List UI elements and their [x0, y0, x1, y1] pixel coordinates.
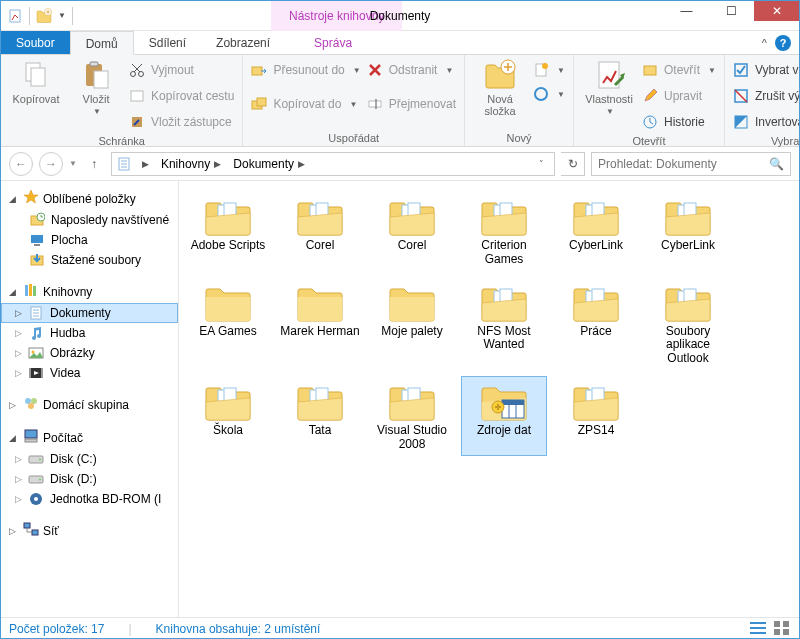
close-button[interactable]: ✕	[754, 1, 799, 21]
help-icon[interactable]: ?	[775, 35, 791, 51]
folder-item[interactable]: Corel	[369, 191, 455, 271]
nav-libraries-header[interactable]: ◢Knihovny	[1, 280, 178, 303]
sidebar-item-desktop[interactable]: Plocha	[1, 230, 178, 250]
tab-file[interactable]: Soubor	[1, 31, 70, 54]
new-item-button[interactable]: ▼	[533, 59, 565, 81]
folder-item[interactable]: ZPS14	[553, 376, 639, 456]
crumb-documents[interactable]: Dokumenty▶	[227, 157, 311, 171]
ribbon-tabs: Soubor Domů Sdílení Zobrazení Správa ^ ?	[1, 31, 799, 55]
cut-button[interactable]: Vyjmout	[129, 59, 234, 81]
tab-share[interactable]: Sdílení	[134, 31, 201, 54]
sidebar-item-bdrom[interactable]: ▷Jednotka BD-ROM (I	[1, 489, 178, 509]
folder-icon	[388, 281, 436, 323]
folder-item[interactable]: Práce	[553, 277, 639, 370]
folder-item[interactable]: Tata	[277, 376, 363, 456]
new-folder-qat-icon[interactable]	[36, 8, 52, 24]
sidebar-item-music[interactable]: ▷Hudba	[1, 323, 178, 343]
back-button[interactable]: ←	[9, 152, 33, 176]
history-button[interactable]: Historie	[642, 111, 716, 133]
chevron-down-icon[interactable]: ▼	[58, 11, 66, 20]
folder-item[interactable]: Škola	[185, 376, 271, 456]
ribbon: Kopírovat Vložit ▼ Vyjmout Kopírovat ces…	[1, 55, 799, 147]
tab-home[interactable]: Domů	[70, 31, 134, 55]
sidebar-item-documents[interactable]: ▷Dokumenty	[1, 303, 178, 323]
select-all-button[interactable]: Vybrat vše	[733, 59, 800, 81]
sidebar-item-disk-d[interactable]: ▷Disk (D:)	[1, 469, 178, 489]
paste-button[interactable]: Vložit ▼	[69, 59, 123, 116]
rename-button[interactable]: Přejmenovat	[367, 93, 456, 115]
details-view-icon[interactable]	[749, 620, 767, 639]
sidebar-item-videos[interactable]: ▷Videa	[1, 363, 178, 383]
minimize-button[interactable]: —	[664, 1, 709, 21]
copy-to-button[interactable]: Kopírovat do▼	[251, 93, 360, 115]
folder-item[interactable]: CyberLink	[645, 191, 731, 271]
sidebar-item-disk-c[interactable]: ▷Disk (C:)	[1, 449, 178, 469]
folder-item[interactable]: Marek Herman	[277, 277, 363, 370]
svg-rect-45	[90, 62, 98, 66]
content-area[interactable]: Adobe ScriptsCorelCorelCriterion GamesCy…	[179, 181, 799, 617]
folder-name: Corel	[398, 239, 427, 253]
move-to-button[interactable]: Přesunout do▼	[251, 59, 360, 81]
tab-view[interactable]: Zobrazení	[201, 31, 285, 54]
folder-item[interactable]: Adobe Scripts	[185, 191, 271, 271]
folder-item[interactable]: Zdroje dat	[461, 376, 547, 456]
ribbon-group-select: Vybrat vše Zrušit výběr Invertovat výběr…	[725, 55, 800, 146]
folder-icon	[296, 195, 344, 237]
up-button[interactable]: ↑	[83, 153, 105, 175]
paste-shortcut-button[interactable]: Vložit zástupce	[129, 111, 234, 133]
new-folder-button[interactable]: Nová složka	[473, 59, 527, 117]
move-to-label: Přesunout do	[273, 63, 344, 77]
edit-button[interactable]: Upravit	[642, 85, 716, 107]
folder-item[interactable]: Soubory aplikace Outlook	[645, 277, 731, 370]
nav-favorites-header[interactable]: ◢Oblíbené položky	[1, 187, 178, 210]
folder-item[interactable]: Visual Studio 2008	[369, 376, 455, 456]
tab-manage[interactable]: Správa	[299, 31, 367, 54]
folder-item[interactable]: NFS Most Wanted	[461, 277, 547, 370]
open-button[interactable]: Otevřít▼	[642, 59, 716, 81]
folder-item[interactable]: EA Games	[185, 277, 271, 370]
nav-item-label: Stažené soubory	[51, 253, 141, 267]
copy-path-button[interactable]: Kopírovat cestu	[129, 85, 234, 107]
nav-network[interactable]: ▷Síť	[1, 519, 178, 542]
folder-item[interactable]: CyberLink	[553, 191, 639, 271]
homegroup-icon	[23, 395, 39, 414]
ribbon-help: ^ ?	[754, 31, 799, 54]
folder-item[interactable]: Corel	[277, 191, 363, 271]
sidebar-item-recent[interactable]: Naposledy navštívené	[1, 210, 178, 230]
delete-button[interactable]: Odstranit▼	[367, 59, 456, 81]
select-none-button[interactable]: Zrušit výběr	[733, 85, 800, 107]
quick-access-toolbar: ▼	[1, 7, 79, 25]
folder-name: Criterion Games	[463, 239, 545, 267]
folder-item[interactable]: Moje palety	[369, 277, 455, 370]
new-folder-label: Nová složka	[484, 93, 515, 117]
sidebar-item-pictures[interactable]: ▷Obrázky	[1, 343, 178, 363]
svg-point-55	[542, 63, 548, 69]
crumb-label: Knihovny	[161, 157, 210, 171]
chevron-down-icon[interactable]: ˅	[533, 159, 550, 169]
forward-button[interactable]: →	[39, 152, 63, 176]
sidebar-item-downloads[interactable]: Stažené soubory	[1, 250, 178, 270]
folder-item[interactable]: Criterion Games	[461, 191, 547, 271]
search-box[interactable]: 🔍	[591, 152, 791, 176]
svg-rect-52	[369, 101, 381, 107]
chevron-up-icon[interactable]: ^	[762, 37, 767, 49]
recent-locations-icon[interactable]: ▼	[69, 159, 77, 168]
easy-access-button[interactable]: ▼	[533, 83, 565, 105]
refresh-button[interactable]: ↻	[561, 152, 585, 176]
copy-button[interactable]: Kopírovat	[9, 59, 63, 105]
properties-qat-icon[interactable]	[7, 8, 23, 24]
invert-selection-button[interactable]: Invertovat výběr	[733, 111, 800, 133]
crumb-libraries[interactable]: Knihovny▶	[155, 157, 227, 171]
copy-path-icon	[129, 88, 145, 104]
nav-computer-header[interactable]: ◢Počítač	[1, 426, 178, 449]
properties-button[interactable]: Vlastnosti ▼	[582, 59, 636, 116]
breadcrumb[interactable]: ▶ Knihovny▶ Dokumenty▶ ˅	[111, 152, 555, 176]
icons-view-icon[interactable]	[773, 620, 791, 639]
svg-rect-66	[774, 629, 780, 635]
nav-homegroup[interactable]: ▷Domácí skupina	[1, 393, 178, 416]
maximize-button[interactable]: ☐	[709, 1, 754, 21]
nav-label: Oblíbené položky	[43, 192, 136, 206]
music-icon	[28, 325, 44, 341]
crumb-chevron[interactable]: ▶	[136, 159, 155, 169]
search-input[interactable]	[598, 157, 769, 171]
